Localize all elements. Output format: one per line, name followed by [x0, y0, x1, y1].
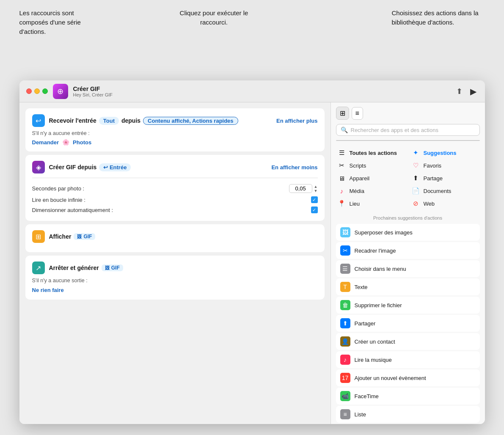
pill-gif-afficher[interactable]: 🖼 GIF: [74, 233, 95, 240]
action-icon-recevoir: ↩: [32, 114, 45, 127]
cat-icon-lieu: 📍: [338, 200, 346, 207]
link-photos[interactable]: Photos: [73, 139, 91, 146]
suggestion-icon: ≡: [340, 409, 350, 419]
pill-gif-arreter[interactable]: 🖼 GIF: [102, 264, 123, 271]
cat-icon-web: ⊘: [412, 200, 420, 207]
action-block-arreter: ↗ Arrêter et générer 🖼 GIF S'il n'y a au…: [25, 256, 325, 300]
cat-label-appareil: Appareil: [350, 175, 370, 182]
title-sub: Hey Siri, Créer GIF: [73, 92, 449, 97]
suggestion-item[interactable]: ☰Choisir dans le menu: [336, 260, 480, 277]
share-button[interactable]: ⬆: [454, 85, 464, 98]
suggestion-label: Texte: [355, 284, 368, 290]
setting-row-dimensionner: Dimensionner automatiquement : ✓: [32, 205, 318, 215]
suggestion-label: FaceTime: [355, 393, 379, 399]
suggestion-label: Ajouter un nouvel évènement: [355, 375, 426, 381]
stepper-input-secondes[interactable]: [289, 184, 312, 193]
tab-row: Catégories Apps: [336, 140, 480, 141]
suggestion-label: Superposer des images: [355, 229, 413, 236]
cat-icon-suggestions: ✦: [412, 149, 420, 157]
cat-label-documents: Documents: [424, 188, 452, 194]
suggestion-label: Choisir dans le menu: [355, 266, 406, 272]
run-button[interactable]: ▶: [468, 85, 478, 98]
suggestion-icon: 📹: [340, 391, 350, 401]
cat-label-scripts: Scripts: [350, 162, 366, 169]
main-window: ⊕ Créer GIF Hey Siri, Créer GIF ⬆ ▶ ↩ Re…: [19, 80, 485, 424]
cat-toutes-actions[interactable]: ☰ Toutes les actions: [336, 147, 406, 159]
cat-media[interactable]: ♪ Média: [336, 185, 406, 197]
cat-favoris[interactable]: ♡ Favoris: [410, 160, 480, 171]
link-ne-rien-faire[interactable]: Ne rien faire: [32, 287, 64, 293]
callout-right: Choisissez des actions dans la bibliothè…: [392, 8, 485, 27]
divider-1: [32, 178, 318, 178]
stepper-arrows[interactable]: ▲ ▼: [314, 184, 318, 193]
cat-scripts[interactable]: ✂ Scripts: [336, 160, 406, 171]
action-title-arreter: Arrêter et générer 🖼 GIF: [49, 264, 123, 271]
fullscreen-button[interactable]: [42, 88, 48, 94]
cat-label-toutes: Toutes les actions: [350, 150, 397, 156]
checkbox-dimensionner[interactable]: ✓: [311, 206, 318, 213]
right-panel: ⊞ ≡ 🔍 Catégories Apps ☰ Toutes les actio…: [330, 102, 485, 424]
filter-button[interactable]: ≡: [352, 107, 363, 120]
categories-grid: ☰ Toutes les actions ✦ Suggestions ✂ Scr…: [336, 147, 480, 209]
tab-apps[interactable]: Apps: [408, 140, 479, 141]
suggestion-item[interactable]: 🖼Superposer des images: [336, 224, 480, 241]
action-icon-afficher: ⊞: [32, 230, 45, 243]
link-afficher-plus[interactable]: En afficher plus: [276, 118, 318, 124]
sub-text-recevoir: S'il n'y a aucune entrée :: [32, 130, 318, 136]
label-dimensionner: Dimensionner automatiquement :: [32, 207, 113, 213]
cat-lieu[interactable]: 📍 Lieu: [336, 198, 406, 209]
action-block-creer-gif: ◈ Créer GIF depuis ↩ Entrée En afficher …: [25, 155, 325, 221]
pill-contenu[interactable]: Contenu affiché, Actions rapides: [143, 117, 238, 125]
pill-tout[interactable]: Tout: [99, 117, 119, 125]
pill-entree[interactable]: ↩ Entrée: [99, 163, 131, 171]
cat-label-favoris: Favoris: [424, 162, 442, 169]
search-input[interactable]: [351, 127, 475, 133]
link-afficher-moins[interactable]: En afficher moins: [271, 164, 317, 171]
suggestion-item[interactable]: ✂Recadrer l'image: [336, 242, 480, 259]
traffic-lights: [26, 88, 48, 94]
action-icon-creer-gif: ◈: [32, 161, 45, 173]
search-icon: 🔍: [341, 127, 348, 133]
suggestion-item[interactable]: 17Ajouter un nouvel évènement: [336, 369, 480, 386]
close-button[interactable]: [26, 88, 32, 94]
action-header-creer-gif: ◈ Créer GIF depuis ↩ Entrée En afficher …: [32, 161, 318, 173]
cat-label-partage: Partage: [424, 175, 443, 182]
suggestion-item[interactable]: 👤Créer un contact: [336, 333, 480, 350]
app-icon: ⊕: [53, 84, 68, 99]
cat-documents[interactable]: 📄 Documents: [410, 185, 480, 197]
label-secondes: Secondes par photo :: [32, 185, 85, 192]
suggestions-header: Prochaines suggestions d'actions: [336, 215, 480, 220]
action-title-creer-gif: Créer GIF depuis ↩ Entrée: [49, 163, 131, 171]
add-action-button[interactable]: ⊞: [336, 107, 349, 120]
title-name: Créer GIF: [73, 85, 449, 92]
photos-icon-emoji: 🌸: [62, 139, 69, 146]
cat-web[interactable]: ⊘ Web: [410, 198, 480, 209]
suggestions-list: 🖼Superposer des images✂Recadrer l'image☰…: [336, 224, 480, 424]
cat-icon-media: ♪: [338, 187, 346, 195]
suggestion-label: Liste: [355, 411, 366, 418]
cat-appareil[interactable]: 🖥 Appareil: [336, 172, 406, 184]
suggestion-icon: ♪: [340, 355, 350, 365]
suggestion-item[interactable]: TTexte: [336, 278, 480, 295]
minimize-button[interactable]: [34, 88, 40, 94]
suggestion-label: Créer un contact: [355, 339, 395, 345]
suggestion-label: Partager: [355, 320, 376, 327]
cat-partage[interactable]: ⬆ Partage: [410, 172, 480, 184]
tab-categories[interactable]: Catégories: [336, 140, 408, 141]
action-title-afficher: Afficher 🖼 GIF: [49, 233, 96, 240]
action-icon-arreter: ↗: [32, 262, 45, 274]
suggestion-item[interactable]: ⬆Partager: [336, 315, 480, 332]
checkbox-boucle[interactable]: ✓: [311, 196, 318, 203]
sub-text-arreter: S'il n'y a aucune sortie :: [32, 278, 318, 284]
suggestion-item[interactable]: ♪Lire la musique: [336, 351, 480, 368]
link-demander[interactable]: Demander: [32, 139, 59, 146]
titlebar: ⊕ Créer GIF Hey Siri, Créer GIF ⬆ ▶: [19, 80, 485, 102]
suggestion-item[interactable]: 📹FaceTime: [336, 388, 480, 405]
cat-suggestions[interactable]: ✦ Suggestions: [410, 147, 480, 159]
cat-icon-toutes: ☰: [338, 149, 346, 157]
suggestion-icon: 17: [340, 373, 350, 383]
titlebar-actions: ⬆ ▶: [454, 85, 478, 98]
suggestion-item[interactable]: 🗑Supprimer le fichier: [336, 297, 480, 314]
cat-icon-scripts: ✂: [338, 162, 346, 169]
suggestion-item[interactable]: ≡Liste: [336, 406, 480, 423]
